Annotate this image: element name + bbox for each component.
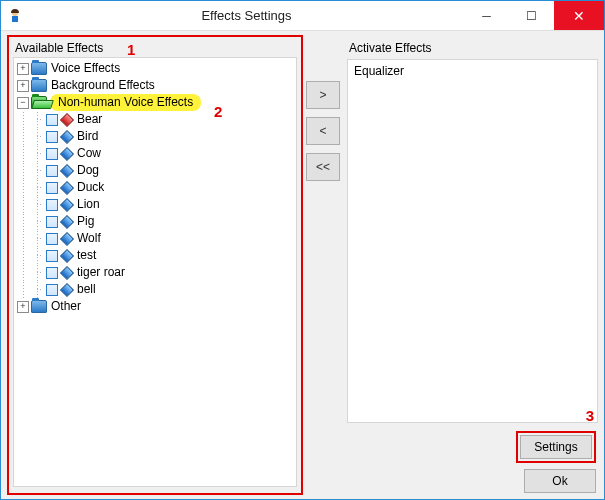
tree-leaf[interactable]: Bear: [16, 111, 294, 128]
tree-leaf[interactable]: test: [16, 247, 294, 264]
expand-icon[interactable]: +: [17, 80, 29, 92]
diamond-icon: [60, 129, 74, 143]
tree-node-other[interactable]: + Other: [16, 298, 294, 315]
tree-label: Cow: [76, 145, 101, 162]
remove-all-button[interactable]: <<: [306, 153, 340, 181]
folder-open-icon: [31, 96, 47, 109]
annotation-1: 1: [127, 41, 135, 58]
tree-leaf[interactable]: Bird: [16, 128, 294, 145]
svg-rect-1: [12, 16, 18, 22]
annotation-2: 2: [214, 103, 222, 120]
activate-effects-pane: Activate Effects Equalizer 3 Settings Ok: [343, 35, 598, 495]
expand-icon[interactable]: +: [17, 63, 29, 75]
remove-button[interactable]: <: [306, 117, 340, 145]
diamond-icon: [60, 231, 74, 245]
checkbox-icon[interactable]: [46, 199, 58, 211]
tree-label: Pig: [76, 213, 94, 230]
folder-closed-icon: [31, 300, 47, 313]
tree-leaf[interactable]: tiger roar: [16, 264, 294, 281]
maximize-button[interactable]: ☐: [509, 1, 554, 30]
expand-icon[interactable]: +: [17, 301, 29, 313]
effects-tree[interactable]: + Voice Effects + Background Effects − N…: [13, 57, 297, 487]
tree-label: Bird: [76, 128, 98, 145]
available-effects-pane: 1 Available Effects 2 + Voice Effects + …: [7, 35, 303, 495]
tree-label: Other: [50, 298, 81, 315]
diamond-icon: [60, 163, 74, 177]
minimize-button[interactable]: ─: [464, 1, 509, 30]
checkbox-icon[interactable]: [46, 148, 58, 160]
tree-leaf[interactable]: Wolf: [16, 230, 294, 247]
checkbox-icon[interactable]: [46, 165, 58, 177]
window-controls: ─ ☐ ✕: [464, 1, 604, 30]
settings-button[interactable]: Settings: [520, 435, 592, 459]
checkbox-icon[interactable]: [46, 216, 58, 228]
diamond-icon: [60, 197, 74, 211]
checkbox-icon[interactable]: [46, 284, 58, 296]
add-button[interactable]: >: [306, 81, 340, 109]
checkbox-icon[interactable]: [46, 267, 58, 279]
diamond-icon: [60, 112, 74, 126]
tree-leaf[interactable]: Lion: [16, 196, 294, 213]
settings-highlight: Settings: [516, 431, 596, 463]
tree-label: tiger roar: [76, 264, 125, 281]
active-effects-list[interactable]: Equalizer: [347, 59, 598, 423]
tree-node-background-effects[interactable]: + Background Effects: [16, 77, 294, 94]
checkbox-icon[interactable]: [46, 114, 58, 126]
tree-leaf[interactable]: Duck: [16, 179, 294, 196]
annotation-3: 3: [586, 407, 594, 424]
diamond-icon: [60, 248, 74, 262]
tree-label: Lion: [76, 196, 100, 213]
tree-label: test: [76, 247, 96, 264]
client-area: 1 Available Effects 2 + Voice Effects + …: [1, 31, 604, 499]
tree-node-nonhuman-effects[interactable]: − Non-human Voice Effects: [16, 94, 294, 111]
diamond-icon: [60, 214, 74, 228]
tree-leaf[interactable]: bell: [16, 281, 294, 298]
tree-label: Voice Effects: [50, 60, 120, 77]
checkbox-icon[interactable]: [46, 250, 58, 262]
diamond-icon: [60, 282, 74, 296]
checkbox-icon[interactable]: [46, 233, 58, 245]
ok-button[interactable]: Ok: [524, 469, 596, 493]
collapse-icon[interactable]: −: [17, 97, 29, 109]
tree-leaf[interactable]: Dog: [16, 162, 294, 179]
app-icon: [7, 8, 23, 24]
tree-label: Dog: [76, 162, 99, 179]
tree-label: Background Effects: [50, 77, 155, 94]
tree-label: Bear: [76, 111, 102, 128]
checkbox-icon[interactable]: [46, 131, 58, 143]
tree-node-voice-effects[interactable]: + Voice Effects: [16, 60, 294, 77]
checkbox-icon[interactable]: [46, 182, 58, 194]
tree-leaf[interactable]: Pig: [16, 213, 294, 230]
tree-label: bell: [76, 281, 96, 298]
activate-effects-label: Activate Effects: [347, 35, 598, 59]
tree-label: Wolf: [76, 230, 101, 247]
titlebar: Effects Settings ─ ☐ ✕: [1, 1, 604, 31]
transfer-buttons: > < <<: [303, 35, 343, 495]
dialog-buttons: 3 Settings Ok: [347, 423, 598, 495]
list-item[interactable]: Equalizer: [354, 64, 591, 78]
diamond-icon: [60, 146, 74, 160]
tree-leaf[interactable]: Cow: [16, 145, 294, 162]
tree-label: Non-human Voice Effects: [50, 94, 201, 111]
tree-label: Duck: [76, 179, 104, 196]
diamond-icon: [60, 180, 74, 194]
diamond-icon: [60, 265, 74, 279]
close-button[interactable]: ✕: [554, 1, 604, 30]
folder-closed-icon: [31, 62, 47, 75]
effects-settings-window: Effects Settings ─ ☐ ✕ 1 Available Effec…: [0, 0, 605, 500]
available-effects-label: Available Effects: [13, 39, 297, 57]
folder-closed-icon: [31, 79, 47, 92]
window-title: Effects Settings: [29, 8, 464, 23]
